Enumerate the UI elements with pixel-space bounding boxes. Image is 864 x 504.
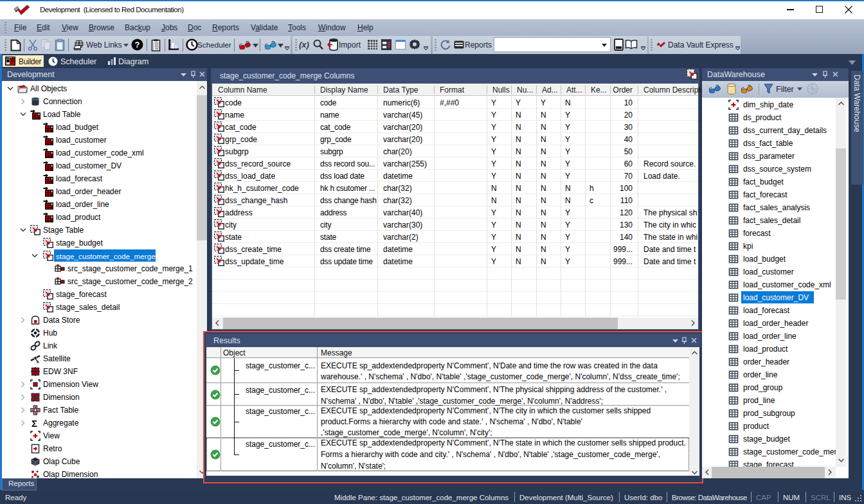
- svg-text:?: ?: [135, 40, 140, 50]
